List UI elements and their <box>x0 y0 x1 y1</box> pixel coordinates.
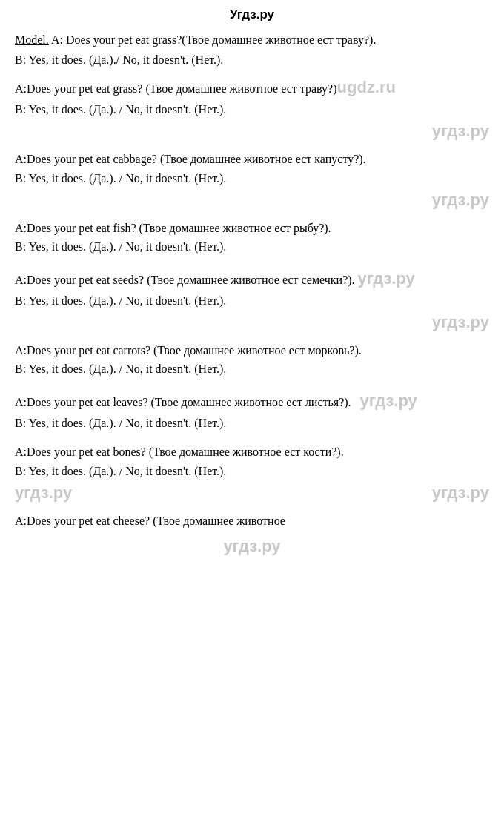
qa-line-a: A:Does your pet eat fish? (Твое домашнее… <box>15 219 489 236</box>
qa-line-b: B: Yes, it does. (Да.). / No, it doesn't… <box>15 238 489 255</box>
model-line-b: B: Yes, it does. (Да.)./ No, it doesn't.… <box>15 51 489 68</box>
qa-line-b: B: Yes, it does. (Да.). / No, it doesn't… <box>15 414 489 431</box>
watermark-left-7: угдз.ру <box>15 481 72 505</box>
watermark-right-1: угдз.ру <box>432 119 489 143</box>
watermark-inline: ugdz.ru <box>337 76 396 99</box>
watermark-right-7: угдз.ру <box>432 481 489 505</box>
qa-line-a: A:Does your pet eat carrots? (Твое домаш… <box>15 342 489 359</box>
model-text-a: A: Does your pet eat grass?(Твое домашне… <box>51 33 377 46</box>
footer-watermark: угдз.ру <box>223 537 280 556</box>
watermark-row-4: угдз.ру <box>15 311 489 334</box>
watermark-inline-6: угдз.ру <box>360 389 417 413</box>
qa-block-4: A:Does your pet eat seeds? (Твое домашне… <box>15 267 489 334</box>
qa-line-b: B: Yes, it does. (Да.). / No, it doesn't… <box>15 170 489 187</box>
model-line-a: Model. A: Does your pet eat grass?(Твое … <box>15 31 489 48</box>
model-label: Model. <box>15 33 49 46</box>
qa-block-2: A:Does your pet eat cabbage? (Твое домаш… <box>15 150 489 211</box>
qa-line-b: B: Yes, it does. (Да.). / No, it doesn't… <box>15 101 489 118</box>
qa-line-a: A:Does your pet eat cabbage? (Твое домаш… <box>15 150 489 168</box>
model-section: Model. A: Does your pet eat grass?(Твое … <box>15 31 489 68</box>
qa-line-a: A:Does your pet eat cheese? (Твое домашн… <box>15 512 489 529</box>
qa-line-b: B: Yes, it does. (Да.). / No, it doesn't… <box>15 292 489 309</box>
qa-line-b: B: Yes, it does. (Да.). / No, it doesn't… <box>15 463 489 480</box>
qa-block-5: A:Does your pet eat carrots? (Твое домаш… <box>15 342 489 377</box>
watermark-row-1: угдз.ру <box>15 119 489 143</box>
qa-block-8: A:Does your pet eat cheese? (Твое домашн… <box>15 512 489 529</box>
qa-block-6: A:Does your pet eat leaves? (Твое домашн… <box>15 389 489 431</box>
watermark-right-4: угдз.ру <box>432 311 489 334</box>
qa-block-3: A:Does your pet eat fish? (Твое домашнее… <box>15 219 489 255</box>
watermark-inline-4: угдз.ру <box>358 267 415 291</box>
watermark-right-2: угдз.ру <box>432 188 489 212</box>
watermark-double-row-7: угдз.ру угдз.ру <box>15 481 489 505</box>
qa-line-a: A:Does your pet eat leaves? (Твое домашн… <box>15 389 489 413</box>
qa-line-b: B: Yes, it does. (Да.). / No, it doesn't… <box>15 360 489 377</box>
site-title: Угдз.ру <box>15 7 489 22</box>
qa-line-a: A:Does your pet eat grass? (Твое домашне… <box>15 76 489 99</box>
qa-block-1: A:Does your pet eat grass? (Твое домашне… <box>15 76 489 143</box>
watermark-row-2: угдз.ру <box>15 188 489 212</box>
qa-line-a: A:Does your pet eat bones? (Твое домашне… <box>15 443 489 460</box>
qa-line-a: A:Does your pet eat seeds? (Твое домашне… <box>15 267 489 291</box>
footer-watermark-row: угдз.ру <box>15 537 489 556</box>
qa-block-7: A:Does your pet eat bones? (Твое домашне… <box>15 443 489 504</box>
